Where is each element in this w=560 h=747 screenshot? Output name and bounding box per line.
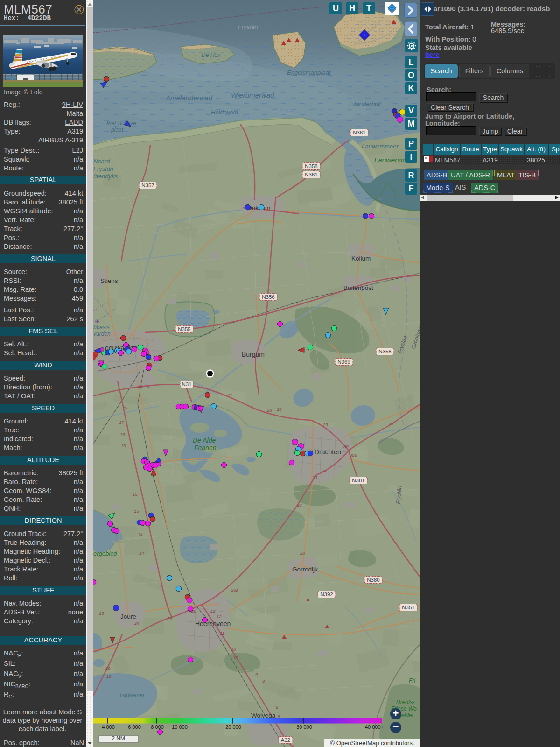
svg-text:varden: varden: [93, 331, 111, 337]
svg-text:10: 10: [233, 655, 238, 660]
svg-text:28: 28: [276, 407, 282, 412]
svg-text:23: 23: [98, 611, 104, 616]
svg-text:Burgum: Burgum: [242, 351, 265, 358]
svg-text:N358: N358: [305, 163, 318, 169]
svg-text:31: 31: [389, 421, 394, 426]
svg-text:Noard-: Noard-: [93, 158, 112, 165]
svg-text:16: 16: [120, 432, 125, 437]
svg-text:N357: N357: [141, 183, 154, 188]
svg-text:16: 16: [121, 443, 126, 448]
svg-text:25: 25: [122, 405, 127, 410]
svg-text:30 000: 30 000: [296, 724, 312, 730]
svg-text:✈: ✈: [95, 318, 100, 325]
svg-text:15: 15: [134, 508, 139, 514]
svg-text:10 000: 10 000: [172, 724, 188, 730]
svg-text:ergebied: ergebied: [93, 550, 117, 557]
svg-text:Fryslân: Fryslân: [238, 23, 258, 30]
svg-text:28: 28: [266, 408, 272, 413]
svg-text:29: 29: [322, 422, 328, 427]
svg-text:Eilanderbult: Eilanderbult: [349, 100, 382, 107]
svg-text:Fri: Fri: [409, 677, 415, 684]
svg-text:27: 27: [227, 392, 232, 397]
svg-text:8: 8: [276, 705, 279, 710]
svg-text:20 000: 20 000: [225, 724, 241, 730]
svg-text:N361: N361: [353, 130, 366, 135]
svg-text:30: 30: [343, 444, 349, 449]
svg-text:N361: N361: [305, 172, 318, 177]
svg-text:Wierumerwad: Wierumerwad: [231, 91, 274, 99]
svg-text:Stiens: Stiens: [100, 277, 118, 284]
svg-text:12: 12: [210, 608, 216, 613]
svg-text:17: 17: [119, 420, 124, 425]
svg-text:4 000: 4 000: [102, 724, 115, 730]
svg-text:Kollum: Kollum: [351, 255, 371, 262]
svg-text:plaat: plaat: [111, 127, 124, 133]
svg-text:Heerenveen: Heerenveen: [195, 620, 231, 627]
svg-text:Tsjûkemar: Tsjûkemar: [119, 692, 145, 698]
svg-text:N31: N31: [182, 381, 191, 387]
svg-text:9: 9: [255, 672, 258, 677]
svg-text:25: 25: [167, 616, 172, 621]
svg-text:15: 15: [133, 492, 138, 497]
svg-text:N369: N369: [337, 359, 350, 365]
svg-text:Drents-: Drents-: [396, 699, 414, 705]
svg-text:8 000: 8 000: [151, 724, 164, 730]
svg-text:24: 24: [134, 620, 140, 626]
svg-text:bbasis: bbasis: [93, 324, 110, 331]
svg-text:Lauwersm: Lauwersm: [374, 156, 406, 164]
svg-text:De Alde: De Alde: [193, 437, 216, 444]
svg-text:Lauwersmeer: Lauwersmeer: [362, 143, 399, 150]
svg-text:N355: N355: [178, 326, 191, 332]
svg-text:Engelsmanplaat: Engelsmanplaat: [287, 69, 331, 76]
svg-text:10: 10: [231, 647, 236, 652]
svg-text:Drachten: Drachten: [315, 448, 341, 456]
svg-text:14: 14: [139, 550, 144, 556]
svg-text:9: 9: [262, 678, 265, 684]
svg-text:28: 28: [296, 502, 302, 507]
svg-text:306: 306: [350, 452, 357, 458]
svg-text:19: 19: [105, 666, 111, 671]
svg-text:N358: N358: [378, 349, 392, 354]
svg-text:14: 14: [138, 532, 143, 537]
svg-text:29: 29: [312, 475, 317, 480]
svg-text:12: 12: [217, 614, 222, 619]
svg-text:11: 11: [220, 631, 224, 636]
svg-text:A32: A32: [281, 737, 290, 743]
svg-text:N381: N381: [352, 478, 365, 483]
svg-text:N380: N380: [367, 577, 380, 583]
svg-text:Piet Scheve: Piet Scheve: [106, 120, 136, 127]
svg-text:N392: N392: [320, 592, 333, 597]
svg-text:Feanen: Feanen: [194, 444, 217, 451]
svg-text:N351: N351: [402, 605, 415, 610]
svg-text:19: 19: [106, 674, 112, 679]
svg-text:6 000: 6 000: [128, 724, 141, 730]
svg-text:Amelanderwad: Amelanderwad: [165, 94, 213, 102]
svg-text:29: 29: [321, 468, 326, 473]
svg-text:ûtendyks: ûtendyks: [93, 173, 118, 180]
svg-text:De Hôn: De Hôn: [202, 52, 221, 58]
svg-text:Fryslân: Fryslân: [93, 165, 113, 172]
svg-text:40 000+: 40 000+: [365, 724, 383, 730]
svg-text:28: 28: [300, 550, 305, 556]
svg-text:Joure: Joure: [120, 613, 136, 620]
svg-text:Buitenpost: Buitenpost: [343, 284, 373, 291]
svg-text:26: 26: [145, 384, 151, 389]
svg-text:Heideveld: Heideveld: [211, 109, 238, 116]
svg-text:26a: 26a: [231, 587, 238, 592]
svg-text:26: 26: [138, 383, 143, 388]
svg-text:Gorredijk: Gorredijk: [292, 566, 318, 573]
svg-text:N356: N356: [262, 294, 275, 300]
